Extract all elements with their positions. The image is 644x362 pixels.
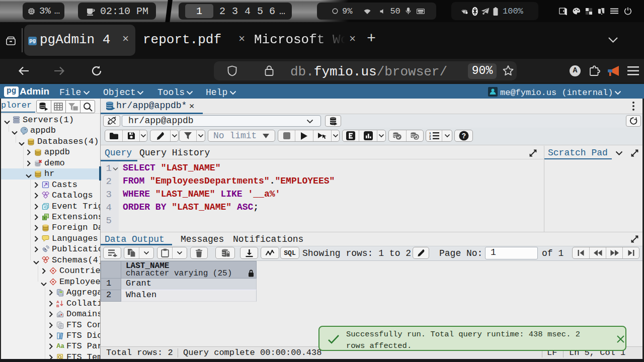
svg-text:?: ? (461, 132, 466, 140)
svg-text:3: 3 (429, 137, 431, 140)
svg-text:Aa: Aa (56, 342, 64, 349)
svg-text:B: B (56, 304, 59, 308)
